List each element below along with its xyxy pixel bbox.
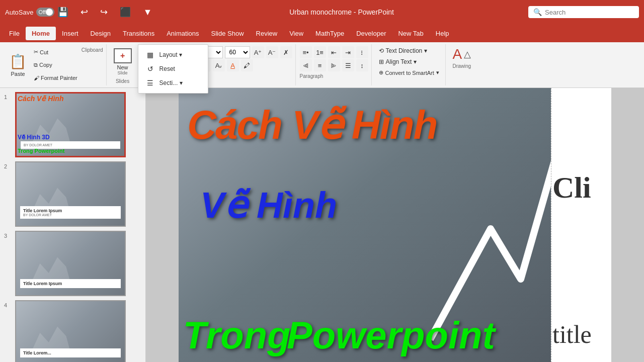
slide-thumb-2-subtitle: BY DOLOR AMET bbox=[23, 213, 118, 217]
save-button[interactable]: 💾 bbox=[54, 6, 71, 19]
customize-button[interactable]: ⬛ bbox=[117, 6, 134, 19]
ribbon-toolbar: 📋 Paste ✂ Cut ⧉ Copy 🖌 Format Painter Cl… bbox=[0, 42, 644, 87]
menu-home[interactable]: Home bbox=[26, 27, 56, 40]
slide-thumb-1-text: BY DOLOR AMET bbox=[21, 141, 120, 149]
text-direction-button[interactable]: ⟲ Text Direction ▾ bbox=[377, 46, 441, 55]
align-center-button[interactable]: ≡ bbox=[314, 59, 326, 71]
undo-button[interactable]: ↩ bbox=[77, 6, 91, 19]
font-color-button[interactable]: A bbox=[227, 59, 239, 71]
menu-file[interactable]: File bbox=[3, 27, 26, 40]
cut-button[interactable]: ✂ Cut bbox=[32, 48, 79, 56]
title-bar: AutoSave Off 💾 ↩ ↪ ⬛ ▼ Urban monochrome … bbox=[0, 0, 644, 24]
window-title: Urban monochrome - PowerPoint bbox=[155, 8, 528, 16]
search-input[interactable] bbox=[545, 9, 634, 16]
slide-thumb-4-title: Title Lorem... bbox=[23, 350, 118, 355]
text-direction-icon: ⟲ bbox=[379, 47, 384, 54]
shapes-icon: △ bbox=[464, 49, 471, 60]
spacing-button[interactable]: Aᵥ bbox=[213, 59, 225, 71]
menu-newtab[interactable]: New Tab bbox=[392, 27, 429, 40]
format-painter-button[interactable]: 🖌 Format Painter bbox=[32, 74, 79, 82]
paste-button[interactable]: 📋 Paste bbox=[6, 46, 30, 83]
slide-right-clic-text: Cli bbox=[552, 170, 591, 205]
slide-thumb-3-text: Title Lorem Ipsum bbox=[20, 279, 121, 288]
autosave-toggle[interactable]: Off bbox=[36, 8, 54, 17]
drawing-group-label: Drawing bbox=[452, 63, 471, 69]
slide-item-3[interactable]: 3 Title Lorem Ipsum bbox=[4, 231, 141, 296]
slide-thumb-2[interactable]: Title Lorem Ipsum BY DOLOR AMET bbox=[15, 161, 126, 227]
increase-indent-button[interactable]: ⇥ bbox=[342, 46, 354, 58]
decrease-indent-button[interactable]: ⇤ bbox=[328, 46, 340, 58]
menu-help[interactable]: Help bbox=[430, 27, 455, 40]
paste-label: Paste bbox=[11, 71, 25, 77]
new-slide-label: New bbox=[117, 64, 128, 70]
convert-smartart-label: Convert to SmartArt bbox=[385, 70, 434, 76]
slide-panel: 1 Cách Vẽ Hình Vẽ Hình 3D Trong Powerpoi… bbox=[0, 88, 146, 362]
slide-thumb-3[interactable]: Title Lorem Ipsum bbox=[15, 231, 126, 296]
justify-button[interactable]: ☰ bbox=[342, 59, 354, 71]
columns-button[interactable]: ⫶ bbox=[356, 46, 368, 58]
menu-transitions[interactable]: Transitions bbox=[117, 27, 160, 40]
section-label: Secti... ▾ bbox=[159, 79, 183, 86]
increase-font-button[interactable]: A⁺ bbox=[252, 46, 264, 58]
copy-button[interactable]: ⧉ Copy bbox=[32, 61, 79, 69]
format-painter-icon: 🖌 bbox=[34, 75, 39, 81]
slide-canvas[interactable]: Cách Vẽ Hình Vẽ Hình 3D Trong Powerpoint… bbox=[146, 88, 644, 362]
more-button[interactable]: ▼ bbox=[140, 6, 155, 19]
numbered-button[interactable]: 1≡ bbox=[314, 46, 326, 58]
slide-item-2[interactable]: 2 Title Lorem Ipsum BY DOLOR AMET bbox=[4, 161, 141, 227]
slide-right-partial: Cli title bbox=[551, 88, 611, 362]
slide1-cach-text: Cách Vẽ Hình bbox=[18, 95, 123, 103]
toggle-off-text: Off bbox=[38, 9, 45, 15]
align-left-button[interactable]: ⫷ bbox=[300, 59, 312, 71]
align-text-button[interactable]: ⊞ Align Text ▾ bbox=[377, 57, 441, 66]
slide-right-title-text: title bbox=[552, 320, 592, 349]
align-text-label: Align Text bbox=[386, 58, 412, 65]
slide-cach-text: Cách Vẽ Hình bbox=[187, 102, 437, 148]
convert-smartart-button[interactable]: ⊕ Convert to SmartArt ▾ bbox=[377, 68, 441, 77]
slide-item-1[interactable]: 1 Cách Vẽ Hình Vẽ Hình 3D Trong Powerpoi… bbox=[4, 92, 141, 157]
menu-mathtype[interactable]: MathType bbox=[309, 27, 350, 40]
line-spacing-button[interactable]: ↕ bbox=[356, 59, 368, 71]
text-direction-label: Text Direction bbox=[386, 47, 423, 54]
decrease-font-button[interactable]: A⁻ bbox=[266, 46, 278, 58]
menu-review[interactable]: Review bbox=[250, 27, 284, 40]
bullet-button[interactable]: ≡• bbox=[300, 46, 312, 58]
slide-main: Cách Vẽ Hình Vẽ Hình 3D Trong Powerpoint… bbox=[179, 88, 611, 362]
paragraph-group: ≡• 1≡ ⇤ ⇥ ⫶ ⫷ ≡ ⫸ ☰ ↕ Paragraph bbox=[297, 44, 372, 85]
highlight-button[interactable]: 🖍 bbox=[241, 59, 253, 71]
autosave-label: AutoSave bbox=[5, 9, 33, 16]
slide-thumb-3-title: Title Lorem Ipsum bbox=[23, 281, 118, 286]
section-item[interactable]: ☰ Secti... ▾ bbox=[138, 76, 208, 90]
slide-thumb-4-text: Title Lorem... bbox=[20, 348, 121, 357]
font-size-select[interactable]: 60 bbox=[225, 46, 250, 58]
menu-view[interactable]: View bbox=[283, 27, 309, 40]
menu-design[interactable]: Design bbox=[85, 27, 117, 40]
slide-thumb-2-title: Title Lorem Ipsum bbox=[23, 208, 118, 213]
new-slide-icon bbox=[114, 48, 132, 63]
text-direction-chevron: ▾ bbox=[424, 47, 427, 54]
search-box[interactable]: 🔍 bbox=[528, 6, 639, 18]
slide-thumb-1[interactable]: Cách Vẽ Hình Vẽ Hình 3D Trong Powerpoint… bbox=[15, 92, 126, 157]
menu-animations[interactable]: Animations bbox=[160, 27, 205, 40]
main-area: 1 Cách Vẽ Hình Vẽ Hình 3D Trong Powerpoi… bbox=[0, 88, 644, 362]
slide-number-1: 1 bbox=[4, 94, 11, 100]
align-right-button[interactable]: ⫸ bbox=[328, 59, 340, 71]
drawing-group: A △ Drawing bbox=[447, 44, 477, 85]
slide-item-4[interactable]: 4 Title Lorem... bbox=[4, 300, 141, 362]
clear-format-button[interactable]: ✗ bbox=[280, 46, 292, 58]
new-slide-button[interactable]: New Slide bbox=[111, 46, 135, 77]
convert-smartart-icon: ⊕ bbox=[379, 69, 383, 76]
menu-developer[interactable]: Developer bbox=[350, 27, 392, 40]
align-text-chevron: ▾ bbox=[414, 58, 417, 65]
menu-slideshow[interactable]: Slide Show bbox=[205, 27, 250, 40]
reset-item[interactable]: ↺ Reset bbox=[138, 62, 208, 76]
slides-group: New Slide Slides ▦ Layout ▾ ↺ Reset ☰ Se… bbox=[108, 44, 138, 85]
copy-label: Copy bbox=[39, 62, 52, 68]
slide1-ve-hinh-text: Vẽ Hình 3D bbox=[18, 134, 123, 141]
slide-thumb-4[interactable]: Title Lorem... bbox=[15, 300, 126, 362]
slides-label: Slides bbox=[116, 78, 129, 84]
paste-icon: 📋 bbox=[9, 53, 27, 70]
redo-button[interactable]: ↪ bbox=[97, 6, 111, 19]
menu-insert[interactable]: Insert bbox=[56, 27, 85, 40]
layout-item[interactable]: ▦ Layout ▾ bbox=[138, 48, 208, 62]
